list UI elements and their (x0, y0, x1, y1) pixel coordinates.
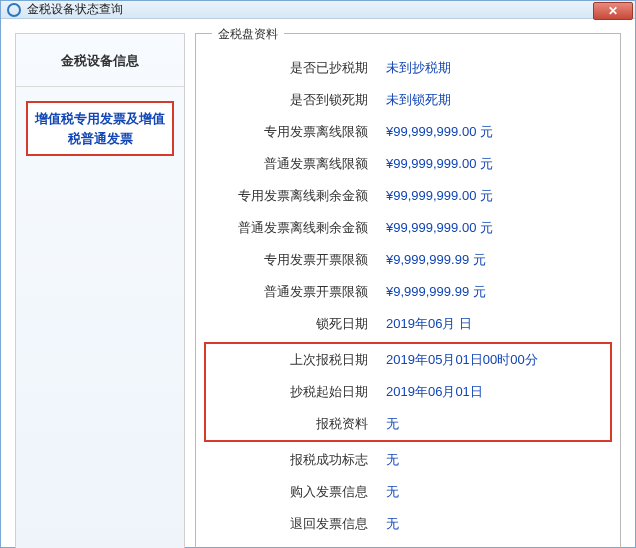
row-label: 报税成功标志 (206, 451, 386, 469)
row-value: ¥99,999,999.00 元 (386, 219, 493, 237)
info-row: 报税资料 无 (206, 408, 610, 440)
row-value: ¥9,999,999.99 元 (386, 251, 486, 269)
row-label: 专用发票开票限额 (206, 251, 386, 269)
info-row: 专用发票离线剩余金额 ¥99,999,999.00 元 (206, 180, 610, 212)
row-value: ¥99,999,999.00 元 (386, 123, 493, 141)
row-value: 2019年05月01日00时00分 (386, 351, 538, 369)
row-label: 抄税起始日期 (206, 383, 386, 401)
fieldset-legend: 金税盘资料 (212, 26, 284, 43)
row-label: 普通发票离线限额 (206, 155, 386, 173)
info-row: 普通发票离线限额 ¥99,999,999.00 元 (206, 148, 610, 180)
row-label: 报税资料 (206, 415, 386, 433)
info-row: 是否到锁死期 未到锁死期 (206, 84, 610, 116)
window-title: 金税设备状态查询 (27, 1, 123, 18)
row-value: ¥9,999,999.99 元 (386, 283, 486, 301)
left-header: 金税设备信息 (16, 34, 184, 87)
right-pane: 金税盘资料 是否已抄税期 未到抄税期 是否到锁死期 未到锁死期 专用发票离线限额… (195, 33, 621, 548)
info-row: 报税成功标志 无 (206, 444, 610, 476)
row-value: 无 (386, 483, 399, 501)
titlebar[interactable]: 金税设备状态查询 ✕ (1, 1, 635, 19)
close-button[interactable]: ✕ (593, 2, 633, 20)
row-label: 是否到锁死期 (206, 91, 386, 109)
left-pane: 金税设备信息 增值税专用发票及增值税普通发票 (15, 33, 185, 548)
body: 金税设备信息 增值税专用发票及增值税普通发票 金税盘资料 是否已抄税期 未到抄税… (1, 19, 635, 548)
info-row: 购入发票信息 无 (206, 476, 610, 508)
row-label: 上次报税日期 (206, 351, 386, 369)
row-label: 锁死日期 (206, 315, 386, 333)
close-icon: ✕ (608, 5, 618, 17)
info-row: 是否已抄税期 未到抄税期 (206, 52, 610, 84)
row-value: 无 (386, 415, 399, 433)
row-value: 无 (386, 515, 399, 533)
info-row: 普通发票离线剩余金额 ¥99,999,999.00 元 (206, 212, 610, 244)
row-value: ¥99,999,999.00 元 (386, 155, 493, 173)
row-label: 退回发票信息 (206, 515, 386, 533)
row-value: 无 (386, 451, 399, 469)
info-row: 抄税起始日期 2019年06月01日 (206, 376, 610, 408)
row-value: 未到抄税期 (386, 59, 451, 77)
info-row: 专用发票离线限额 ¥99,999,999.00 元 (206, 116, 610, 148)
row-label: 是否已抄税期 (206, 59, 386, 77)
info-row: 上次报税日期 2019年05月01日00时00分 (206, 344, 610, 376)
app-icon (7, 3, 21, 17)
window-root: 金税设备状态查询 ✕ 金税设备信息 增值税专用发票及增值税普通发票 金税盘资料 … (0, 0, 636, 548)
info-row: 普通发票开票限额 ¥9,999,999.99 元 (206, 276, 610, 308)
row-value: 2019年06月01日 (386, 383, 483, 401)
row-value: ¥99,999,999.00 元 (386, 187, 493, 205)
invoice-type-item[interactable]: 增值税专用发票及增值税普通发票 (26, 101, 174, 156)
info-row: 锁死日期 2019年06月 日 (206, 308, 610, 340)
row-value: 2019年06月 日 (386, 315, 472, 333)
row-label: 普通发票离线剩余金额 (206, 219, 386, 237)
row-label: 普通发票开票限额 (206, 283, 386, 301)
info-row: 专用发票开票限额 ¥9,999,999.99 元 (206, 244, 610, 276)
row-label: 专用发票离线剩余金额 (206, 187, 386, 205)
row-label: 购入发票信息 (206, 483, 386, 501)
info-row: 退回发票信息 无 (206, 508, 610, 540)
row-label: 专用发票离线限额 (206, 123, 386, 141)
rows-container: 是否已抄税期 未到抄税期 是否到锁死期 未到锁死期 专用发票离线限额 ¥99,9… (206, 52, 610, 540)
highlighted-group: 上次报税日期 2019年05月01日00时00分 抄税起始日期 2019年06月… (204, 342, 612, 442)
row-value: 未到锁死期 (386, 91, 451, 109)
info-fieldset: 金税盘资料 是否已抄税期 未到抄税期 是否到锁死期 未到锁死期 专用发票离线限额… (195, 33, 621, 548)
